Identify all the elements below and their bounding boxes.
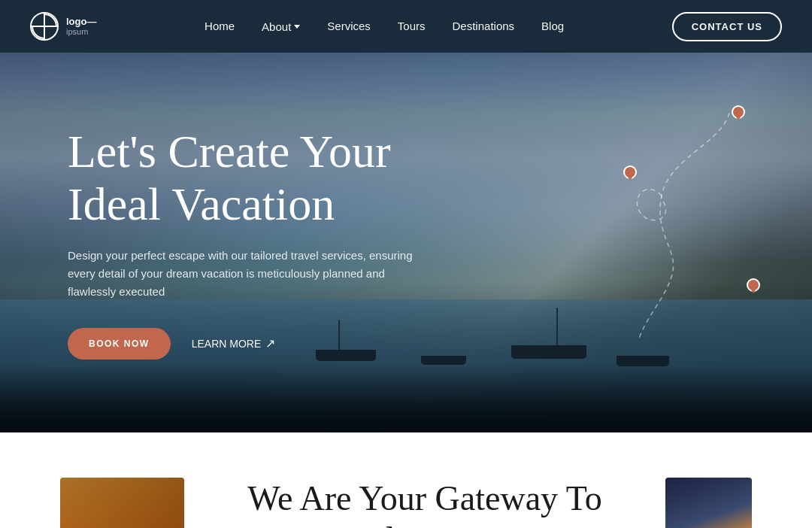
gateway-center-content: We Are Your Gateway To Adventure At Expr… [229, 478, 620, 528]
nav-links: Home About Services Tours Destinations B… [205, 20, 564, 33]
chevron-down-icon [294, 25, 300, 29]
hero-text: Let's Create Your Ideal Vacation Design … [0, 126, 436, 360]
left-image [60, 478, 184, 528]
nav-link-home[interactable]: Home [205, 20, 235, 32]
nav-link-about[interactable]: About [262, 20, 300, 33]
nav-link-services[interactable]: Services [327, 20, 371, 32]
nav-link-tours[interactable]: Tours [398, 20, 426, 32]
hero-title: Let's Create Your Ideal Vacation [68, 126, 436, 230]
logo-name: logo— [66, 16, 96, 28]
gateway-title: We Are Your Gateway To Adventure [229, 478, 620, 528]
right-image [665, 478, 752, 528]
hero-buttons: BOOK NOW LEARN MORE ↗ [68, 328, 436, 360]
contact-button[interactable]: CONTACT US [672, 12, 782, 41]
nav-link-destinations[interactable]: Destinations [453, 20, 515, 32]
arrow-icon: ↗ [265, 336, 275, 350]
book-now-button[interactable]: BOOK NOW [68, 328, 171, 360]
nav-item-about[interactable]: About [262, 20, 300, 33]
main-nav: logo— ipsum Home About Services Tours De… [0, 0, 812, 53]
hero-subtitle: Design your perfect escape with our tail… [68, 247, 436, 301]
logo-sub: ipsum [66, 27, 96, 37]
learn-more-button[interactable]: LEARN MORE ↗ [192, 336, 276, 350]
logo-globe-icon [30, 12, 59, 41]
gateway-section: We Are Your Gateway To Adventure At Expr… [0, 432, 812, 528]
nav-item-tours[interactable]: Tours [398, 20, 426, 33]
nav-link-blog[interactable]: Blog [541, 20, 564, 32]
hero-section: Let's Create Your Ideal Vacation Design … [0, 53, 812, 432]
nav-item-blog[interactable]: Blog [541, 20, 564, 33]
hero-content: Let's Create Your Ideal Vacation Design … [0, 53, 812, 432]
logo[interactable]: logo— ipsum [30, 12, 96, 41]
nav-item-destinations[interactable]: Destinations [453, 20, 515, 33]
nav-item-home[interactable]: Home [205, 20, 235, 33]
nav-item-services[interactable]: Services [327, 20, 371, 33]
